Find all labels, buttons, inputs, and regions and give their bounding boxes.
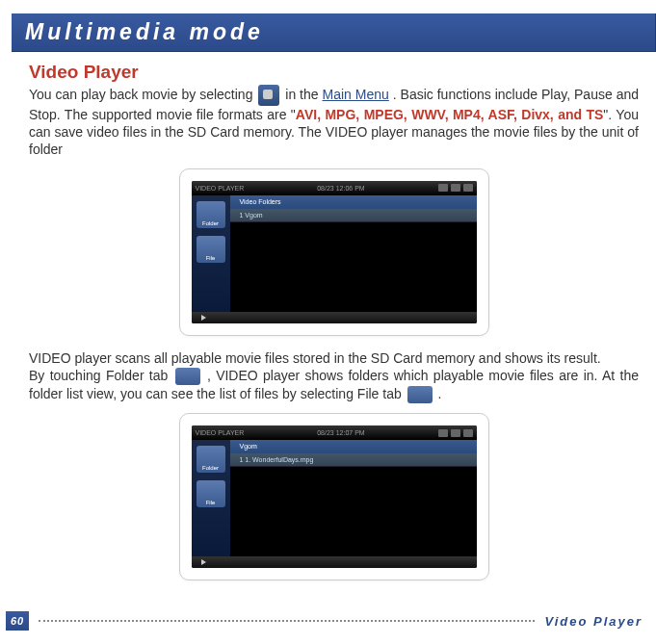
footer-divider bbox=[39, 620, 535, 622]
ss2-list-header: Vgom bbox=[192, 440, 477, 453]
sd-card-icon bbox=[438, 184, 448, 192]
ss1-row-1: 1 Vgom bbox=[192, 209, 477, 222]
page-footer: 60 Video Player bbox=[0, 611, 656, 631]
ss2-sidebar: Folder File bbox=[192, 440, 230, 556]
page-header: Multimedia mode bbox=[12, 13, 656, 52]
play-icon bbox=[201, 559, 206, 565]
ss2-title: VIDEO PLAYER bbox=[196, 429, 245, 436]
page-number-badge: 60 bbox=[6, 611, 29, 631]
paragraph-1: You can play back movie by selecting in … bbox=[29, 85, 639, 159]
close-icon bbox=[463, 429, 473, 437]
speaker-icon bbox=[451, 184, 460, 192]
main-menu-link: Main Menu bbox=[323, 87, 389, 102]
content-area: Video Player You can play back movie by … bbox=[0, 60, 656, 580]
ss1-status-icons bbox=[438, 184, 473, 192]
ss1-file-tab: File bbox=[197, 236, 225, 263]
folder-tab-icon bbox=[175, 368, 200, 385]
ss1-bottom-bar bbox=[192, 312, 477, 323]
paragraph-2: VIDEO player scans all playable movie fi… bbox=[29, 349, 639, 367]
ss2-status-icons bbox=[438, 429, 473, 437]
section-title: Video Player bbox=[29, 62, 639, 83]
ss2-topbar: VIDEO PLAYER 08/23 12:07 PM bbox=[192, 425, 477, 440]
screenshot-2-frame: VIDEO PLAYER 08/23 12:07 PM Folder File … bbox=[179, 413, 489, 580]
p3-part-a: By touching Folder tab bbox=[29, 368, 173, 383]
video-player-icon bbox=[258, 85, 279, 106]
speaker-icon bbox=[451, 429, 460, 437]
paragraph-3: By touching Folder tab , VIDEO player sh… bbox=[29, 367, 639, 404]
ss1-title: VIDEO PLAYER bbox=[196, 185, 245, 192]
ss2-bottom-bar bbox=[192, 556, 477, 568]
page-header-title: Multimedia mode bbox=[25, 19, 642, 45]
p1-part-a: You can play back movie by selecting bbox=[29, 87, 256, 102]
ss2-row-1: 1 1. WonderfulDays.mpg bbox=[192, 453, 477, 467]
screenshot-1-frame: VIDEO PLAYER 08/23 12:06 PM Folder File … bbox=[179, 168, 489, 336]
p3-part-c: . bbox=[438, 386, 442, 401]
sd-card-icon bbox=[438, 429, 448, 437]
p1-part-b: in the bbox=[285, 87, 322, 102]
file-tab-icon bbox=[407, 386, 433, 403]
screenshot-1: VIDEO PLAYER 08/23 12:06 PM Folder File … bbox=[192, 181, 477, 323]
ss1-folder-tab: Folder bbox=[197, 201, 225, 228]
screenshot-2: VIDEO PLAYER 08/23 12:07 PM Folder File … bbox=[192, 425, 477, 568]
ss2-folder-tab: Folder bbox=[197, 446, 225, 473]
ss1-list-header: Video Folders bbox=[192, 195, 477, 209]
play-icon bbox=[201, 315, 206, 321]
ss1-topbar: VIDEO PLAYER 08/23 12:06 PM bbox=[192, 181, 477, 195]
ss1-time: 08/23 12:06 PM bbox=[317, 185, 364, 192]
footer-section-label: Video Player bbox=[544, 614, 643, 629]
close-icon bbox=[463, 184, 473, 192]
ss2-time: 08/23 12:07 PM bbox=[317, 429, 364, 436]
ss2-file-tab: File bbox=[197, 480, 225, 507]
ss1-sidebar: Folder File bbox=[192, 195, 230, 312]
supported-formats: AVI, MPG, MPEG, WWV, MP4, ASF, Divx, and… bbox=[296, 107, 604, 122]
